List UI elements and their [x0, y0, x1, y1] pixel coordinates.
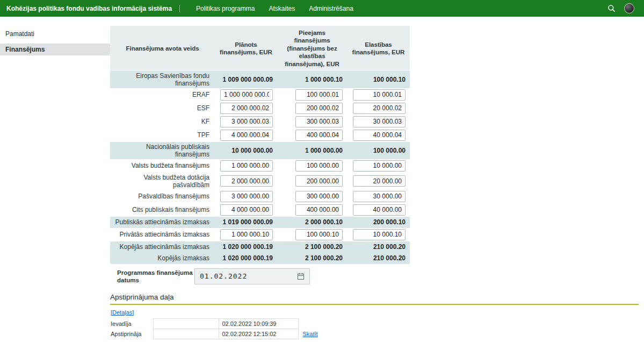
row-label: Nacionālais publiskais finansējums: [110, 142, 215, 159]
row-label: Cits publiskais finansējums: [110, 203, 215, 217]
approval-empty-cell: [153, 329, 219, 339]
search-icon[interactable]: [607, 4, 616, 12]
available-input-kf[interactable]: [295, 116, 343, 127]
sidebar: PamatdatiFinansējums: [0, 17, 110, 342]
row-label: Privātās attiecināmās izmaksas: [110, 228, 215, 241]
row-label: Kopējās attiecināmās izmaksas: [110, 241, 215, 253]
flexibility-value: 100 000.00: [347, 142, 410, 159]
details-link[interactable]: [Detaļas]: [111, 309, 134, 316]
flexibility-input-kf[interactable]: [353, 116, 406, 127]
planned-input-privatas-attiecinamas-izmaksas[interactable]: [220, 229, 273, 240]
available-value: 1 000 000.00: [277, 142, 347, 159]
planned-input-cits-publiskais-finansejums[interactable]: [220, 204, 273, 216]
planned-input-eraf[interactable]: [220, 89, 273, 101]
input-row-cits-publiskais-finansejums: Cits publiskais finansējums: [110, 203, 410, 217]
available-input-eraf[interactable]: [295, 89, 343, 101]
approval-table: Ievadīja02.02.2022 10:09:39Apstiprināja0…: [110, 318, 321, 339]
row-label: ESF: [110, 102, 215, 115]
flexibility-input-eraf[interactable]: [353, 89, 406, 101]
planned-input-esf[interactable]: [220, 103, 273, 114]
program-date-input[interactable]: 01.02.2022: [194, 268, 310, 284]
flexibility-input-pasvaldibas-finansejums[interactable]: [353, 191, 406, 202]
planned-value: 1 020 000 000.19: [215, 253, 277, 264]
input-row-valsts-budzeta-dotacija-pasvaldibam: Valsts budžeta dotācija pašvaldībām: [110, 173, 410, 190]
available-value: 2 100 000.20: [277, 241, 347, 253]
row-label: Eiropas Savienības fondu finansējums: [110, 71, 215, 88]
nav-item-atskaites[interactable]: Atskaites: [269, 5, 295, 12]
input-row-kf: KF: [110, 115, 410, 129]
available-input-valsts-budzeta-dotacija-pasvaldibam[interactable]: [295, 175, 343, 187]
planned-input-tpf[interactable]: [220, 130, 273, 141]
flexibility-value: 210 000.20: [347, 253, 410, 264]
approval-section-divider: [110, 304, 639, 305]
column-header-planots-finansejums-eur: Plānots finansējums, EUR: [215, 26, 277, 71]
nav-item-administresana[interactable]: Administrēšana: [309, 5, 353, 12]
main-content: Finansējuma avota veidsPlānots finansēju…: [110, 17, 644, 342]
available-input-esf[interactable]: [295, 103, 343, 114]
available-value: 2 000 000.10: [277, 217, 347, 228]
row-label: KF: [110, 115, 215, 129]
summary-row-kopejas-attiecinamas-izmaksas: Kopējās attiecināmās izmaksas1 020 000 0…: [110, 241, 410, 253]
page-body: PamatdatiFinansējums Finansējuma avota v…: [0, 17, 644, 342]
top-nav: Politikas programmaAtskaitesAdministrēša…: [196, 5, 353, 12]
row-label: Pašvaldības finansējums: [110, 190, 215, 203]
planned-value: 1 020 000 000.19: [215, 241, 277, 253]
flexibility-input-privatas-attiecinamas-izmaksas[interactable]: [353, 229, 406, 240]
flexibility-input-valsts-budzeta-finansejums[interactable]: [353, 160, 406, 172]
app-title: Kohēzijas politikas fondu vadības inform…: [6, 5, 172, 12]
flexibility-input-valsts-budzeta-dotacija-pasvaldibam[interactable]: [353, 175, 406, 187]
available-input-tpf[interactable]: [295, 130, 343, 141]
skatit-link[interactable]: Skatīt: [303, 331, 318, 337]
summary-row-publiskas-attiecinamas-izmaksas: Publiskās attiecināmās izmaksas1 019 000…: [110, 217, 410, 228]
planned-input-valsts-budzeta-finansejums[interactable]: [220, 160, 273, 172]
flexibility-input-cits-publiskais-finansejums[interactable]: [353, 204, 406, 216]
summary-row-kopejas-izmaksas: Kopējās izmaksas1 020 000 000.192 100 00…: [110, 253, 410, 264]
nav-item-politikas-programma[interactable]: Politikas programma: [196, 5, 255, 12]
calendar-icon[interactable]: [297, 273, 305, 280]
flexibility-input-esf[interactable]: [353, 103, 406, 114]
column-header-elastibas-finansejums-eur: Elastības finansējums, EUR: [347, 26, 410, 71]
column-header-pieejams-finansejums-finanseju: Pieejams finansējums (finansējums bez el…: [277, 26, 347, 71]
approval-row-apstiprinaja: Apstiprināja02.02.2022 12:15:02Skatīt: [110, 329, 321, 339]
column-header-finansejuma-avota-veids: Finansējuma avota veids: [110, 26, 215, 71]
sidebar-item-pamatdati[interactable]: Pamatdati: [0, 28, 110, 40]
flexibility-input-tpf[interactable]: [353, 130, 406, 141]
row-label: Valsts budžeta dotācija pašvaldībām: [110, 173, 215, 190]
planned-input-kf[interactable]: [220, 116, 273, 127]
available-value: 2 100 000.20: [277, 253, 347, 264]
planned-value: 1 019 000 000.09: [215, 217, 277, 228]
avatar[interactable]: [624, 3, 634, 13]
row-label: Publiskās attiecināmās izmaksas: [110, 217, 215, 228]
topbar-divider: [179, 5, 180, 12]
available-input-pasvaldibas-finansejums[interactable]: [295, 191, 343, 202]
planned-input-valsts-budzeta-dotacija-pasvaldibam[interactable]: [220, 175, 273, 187]
input-row-pasvaldibas-finansejums: Pašvaldības finansējums: [110, 190, 410, 203]
summary-row-eiropas-savienibas-fondu-finansejums: Eiropas Savienības fondu finansējums1 00…: [110, 71, 410, 88]
approval-row-label: Ievadīja: [110, 318, 153, 329]
sidebar-item-finansejums[interactable]: Finansējums: [0, 44, 110, 55]
row-label: TPF: [110, 129, 215, 142]
available-input-valsts-budzeta-finansejums[interactable]: [295, 160, 343, 172]
planned-value: 1 009 000 000.09: [215, 71, 277, 88]
available-input-cits-publiskais-finansejums[interactable]: [295, 204, 343, 216]
planned-input-pasvaldibas-finansejums[interactable]: [220, 191, 273, 202]
approval-row-ievadija: Ievadīja02.02.2022 10:09:39: [110, 318, 321, 329]
available-value: 1 000 000.10: [277, 71, 347, 88]
topbar: Kohēzijas politikas fondu vadības inform…: [0, 0, 644, 17]
program-date-row: Programmas finansējuma datums 01.02.2022: [110, 268, 644, 284]
row-label: ERAF: [110, 88, 215, 102]
row-label: Kopējās izmaksas: [110, 253, 215, 264]
available-input-privatas-attiecinamas-izmaksas[interactable]: [295, 229, 343, 240]
approval-timestamp: 02.02.2022 12:15:02: [219, 329, 298, 339]
approval-section-title: Apstiprinājuma daļa: [110, 293, 644, 301]
flexibility-value: 100 000.10: [347, 71, 410, 88]
planned-value: 10 000 000.00: [215, 142, 277, 159]
approval-timestamp: 02.02.2022 10:09:39: [219, 318, 298, 329]
topbar-right: [607, 3, 638, 13]
finance-table: Finansējuma avota veidsPlānots finansēju…: [110, 26, 410, 264]
program-date-label: Programmas finansējuma datums: [110, 269, 194, 284]
input-row-privatas-attiecinamas-izmaksas: Privātās attiecināmās izmaksas: [110, 228, 410, 241]
flexibility-value: 210 000.20: [347, 241, 410, 253]
approval-row-label: Apstiprināja: [110, 329, 153, 339]
program-date-value: 01.02.2022: [200, 272, 297, 280]
